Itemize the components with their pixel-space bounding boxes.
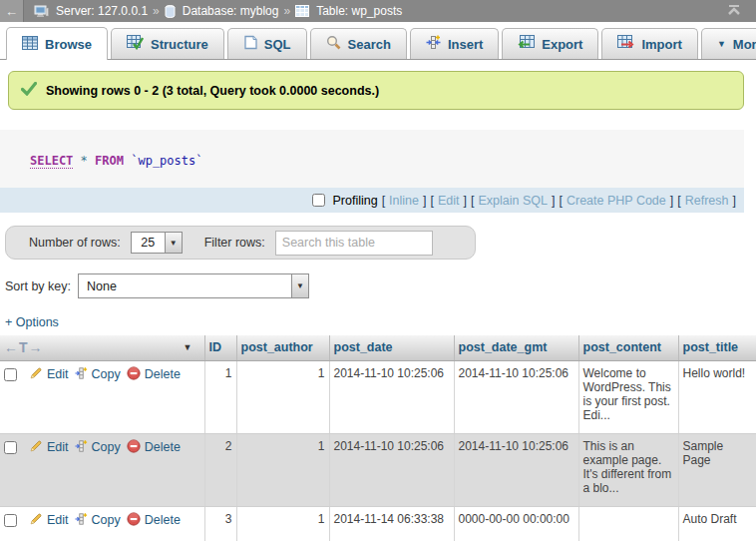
delete-row-link[interactable]: Delete (127, 366, 181, 383)
table-row: Edit Copy Delete 3 1 2014-11-14 06:33:38… (0, 506, 756, 541)
bracket: ] (464, 194, 467, 208)
cell-post-content: This is an example page. It's different … (578, 433, 678, 506)
table-header-row: ←T→ ▼ ID post_author post_date post_date… (0, 335, 756, 360)
sql-table-identifier: `wp_posts` (131, 154, 202, 168)
tab-structure[interactable]: Structure (111, 28, 224, 59)
tab-search[interactable]: Search (310, 28, 407, 59)
tab-label: More (733, 37, 756, 52)
success-message-text: Showing rows 0 - 2 (3 total, Query took … (46, 84, 379, 98)
sort-by-key-row: Sort by key: None ▼ (5, 273, 756, 298)
rows-per-page-select[interactable]: 25 ▼ (131, 232, 183, 254)
back-button[interactable]: ← (0, 0, 24, 22)
copy-icon (75, 439, 88, 456)
cell-post-content (578, 506, 678, 541)
breadcrumb-server-link[interactable]: Server: 127.0.0.1 (56, 4, 148, 18)
rows-per-page-value: 25 (132, 233, 165, 253)
tab-label: Insert (448, 37, 483, 52)
sql-query-panel: SELECT * FROM `wp_posts` Profiling [ Inl… (0, 130, 744, 213)
breadcrumb: Server: 127.0.0.1 » Database: myblog » T… (24, 4, 402, 18)
column-header-id[interactable]: ID (204, 335, 236, 360)
tab-label: SQL (264, 37, 291, 52)
delete-row-link[interactable]: Delete (127, 512, 181, 529)
sort-all-caret-icon[interactable]: ▼ (184, 342, 200, 352)
profiling-checkbox[interactable] (312, 194, 325, 207)
explain-sql-link[interactable]: Explain SQL (478, 194, 547, 208)
tab-label: Search (348, 37, 391, 52)
cell-post-date: 2014-11-14 06:33:38 (329, 506, 454, 541)
column-header-post-date[interactable]: post_date (329, 335, 454, 360)
copy-row-link[interactable]: Copy (75, 366, 121, 383)
database-icon (165, 5, 176, 18)
cell-post-content: Welcome to WordPress. This is your first… (578, 360, 678, 433)
tab-sql[interactable]: SQL (227, 28, 307, 59)
breadcrumb-separator: » (283, 4, 290, 18)
bracket: [ (382, 194, 385, 208)
pencil-icon (29, 366, 43, 383)
sql-query-code: SELECT * FROM `wp_posts` (0, 130, 744, 188)
copy-row-link[interactable]: Copy (75, 439, 121, 456)
edit-row-link[interactable]: Edit (29, 439, 69, 456)
row-navigation-icon[interactable]: ←T→ (4, 339, 44, 355)
copy-row-link[interactable]: Copy (75, 512, 121, 529)
back-arrow-icon: ← (5, 4, 18, 19)
bracket: [ (430, 194, 433, 208)
delete-row-link[interactable]: Delete (127, 439, 181, 456)
bracket: ] (552, 194, 555, 208)
tab-insert[interactable]: Insert (410, 28, 499, 59)
sort-by-key-value: None (79, 274, 291, 297)
breadcrumb-separator: » (153, 4, 160, 18)
options-toggle-link[interactable]: + Options (5, 315, 59, 329)
breadcrumb-database-link[interactable]: Database: myblog (183, 4, 279, 18)
table-row: Edit Copy Delete 1 1 2014-11-10 10:25:06… (0, 360, 756, 433)
cell-post-title: Sample Page (678, 433, 756, 506)
cell-id: 1 (204, 360, 236, 433)
bracket: ] (670, 194, 673, 208)
cell-id: 2 (204, 433, 236, 506)
copy-icon (75, 366, 88, 383)
search-icon (326, 35, 341, 53)
column-header-post-author[interactable]: post_author (236, 335, 329, 360)
inline-link[interactable]: Inline (389, 194, 419, 208)
column-header-post-date-gmt[interactable]: post_date_gmt (454, 335, 578, 360)
tab-import[interactable]: Import (601, 28, 697, 59)
row-select-checkbox[interactable] (4, 514, 17, 527)
pencil-icon (29, 439, 43, 456)
sql-star: * (81, 154, 88, 168)
pencil-icon (29, 512, 43, 529)
header-actions-cell: ←T→ ▼ (0, 335, 204, 360)
row-select-checkbox[interactable] (4, 368, 17, 381)
tab-browse[interactable]: Browse (6, 27, 108, 60)
row-select-checkbox[interactable] (4, 441, 17, 454)
table-icon (295, 5, 309, 17)
cell-post-title: Hello world! (678, 360, 756, 433)
edit-row-link[interactable]: Edit (29, 512, 69, 529)
insert-icon (426, 35, 441, 53)
column-header-post-title[interactable]: post_title (678, 335, 756, 360)
sql-keyword-select: SELECT (30, 154, 73, 169)
delete-icon (127, 512, 141, 529)
tab-export[interactable]: Export (502, 28, 598, 59)
refresh-link[interactable]: Refresh (685, 194, 729, 208)
cell-post-author: 1 (236, 360, 329, 433)
edit-query-link[interactable]: Edit (438, 194, 460, 208)
cell-post-title: Auto Draft (678, 506, 756, 541)
bracket: ] (423, 194, 426, 208)
server-icon (34, 5, 49, 18)
cell-post-date: 2014-11-10 10:25:06 (329, 433, 454, 506)
create-php-code-link[interactable]: Create PHP Code (567, 194, 666, 208)
tab-more[interactable]: ▼ More (701, 28, 756, 59)
breadcrumb-table-link[interactable]: Table: wp_posts (316, 4, 402, 18)
cell-id: 3 (204, 506, 236, 541)
scroll-to-top-icon[interactable] (726, 4, 742, 19)
cell-post-author: 1 (236, 506, 329, 541)
sort-by-key-select[interactable]: None ▼ (78, 273, 309, 298)
profiling-label: Profiling (332, 194, 377, 208)
edit-row-link[interactable]: Edit (29, 366, 69, 383)
browse-icon (22, 36, 38, 53)
export-icon (518, 35, 535, 53)
column-header-post-content[interactable]: post_content (578, 335, 678, 360)
table-row: Edit Copy Delete 2 1 2014-11-10 10:25:06… (0, 433, 756, 506)
success-check-icon (21, 82, 37, 99)
filter-rows-input[interactable] (275, 231, 433, 256)
tab-label: Import (641, 37, 681, 52)
